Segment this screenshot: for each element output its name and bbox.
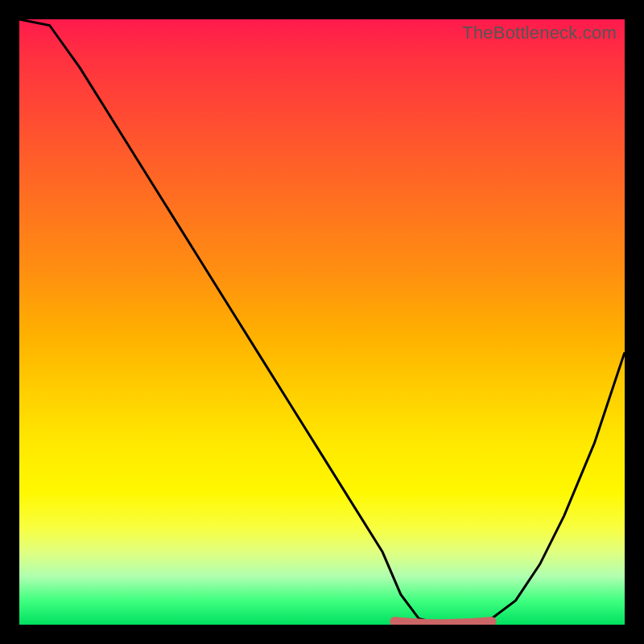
chart-plot-area: TheBottleneck.com — [19, 19, 625, 625]
bottleneck-curve-path — [19, 19, 625, 625]
chart-outer-frame: TheBottleneck.com — [0, 0, 644, 644]
bottleneck-curve-svg — [19, 19, 625, 625]
optimal-band-path — [394, 621, 491, 624]
